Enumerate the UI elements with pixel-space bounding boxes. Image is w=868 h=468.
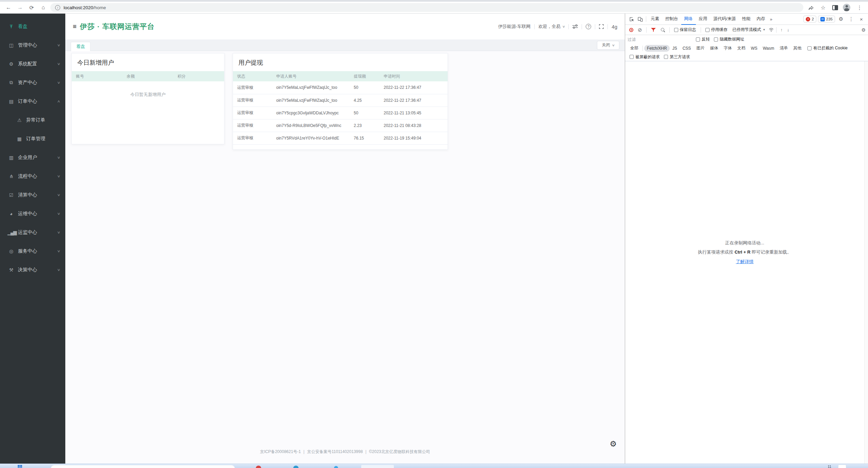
learn-more-link[interactable]: 了解详情 [736,259,754,264]
browser-menu-icon[interactable]: ⋮ [855,4,864,11]
filter-chip[interactable]: WS [748,45,760,52]
sidebar-item[interactable]: ☑ 清算中心 ∨ [0,185,65,204]
taskbar-widget[interactable] [838,465,846,468]
sidebar-item[interactable]: ⧉ 资产中心 ∨ [0,73,65,92]
sidebar-item[interactable]: ⚙ 系统配置 ∨ [0,54,65,73]
invert-checkbox[interactable]: 反转 [696,36,710,42]
filter-chip[interactable]: 其他 [790,44,804,52]
home-icon[interactable]: ⌂ [39,4,48,11]
sidebar-item[interactable]: ▤ 订单中心 ∧ [0,92,65,111]
filter-chip[interactable]: 图片 [694,44,707,52]
filter-chip[interactable]: 媒体 [707,44,721,52]
cell-status: 运营审核 [233,119,272,132]
devtools-tab[interactable]: 源代码/来源 [711,14,739,25]
taskbar-app-icon[interactable] [361,465,394,468]
taskbar-app-icon[interactable] [256,466,261,468]
filter-chip[interactable]: JS [670,45,680,52]
sidebar-item[interactable]: ⚒ 决策中心 ∨ [0,260,65,279]
sidebar-item[interactable]: ▦ 订单管理 [0,129,65,148]
user-menu[interactable]: 欢迎，全易 ∨ [538,23,565,30]
float-settings-icon[interactable]: ⚙ [610,439,617,449]
close-tabs-button[interactable]: 关闭 ∨ [597,41,619,50]
taskbar-app-icon[interactable] [334,466,338,468]
clear-network-icon[interactable]: ⊘ [636,27,644,33]
devtools-tab[interactable]: 网络 [681,14,696,25]
devtools-close-icon[interactable]: × [857,15,866,23]
sidebar-item[interactable]: ⚠ 异常订单 [0,111,65,129]
throttling-select[interactable]: 已停用节流模式 ▼ [733,27,766,33]
more-tabs-icon[interactable]: » [768,17,774,22]
sidebar-item[interactable]: ▁▄▆ 运监中心 ∨ [0,223,65,242]
devtools-panel: 元素 控制台 网络 应用 源代码/来源 性能 内存 » × [625,14,868,464]
disable-cache-checkbox[interactable]: 停用缓存 [705,27,728,33]
error-badge[interactable]: × 2 [803,16,816,22]
devtools-tab[interactable]: 内存 [753,14,768,25]
profile-avatar[interactable] [843,4,850,11]
device-toolbar-icon[interactable] [636,15,645,23]
cell-account: oin7Y5d-R9IoLBWOe5FQfp_vvWnc [272,119,350,132]
reload-icon[interactable]: ⟳ [27,4,36,11]
sidebar-item[interactable]: ◫ 管理中心 ∨ [0,36,65,54]
filter-chip[interactable]: Wasm [760,45,777,52]
start-button-icon[interactable] [18,465,22,468]
hide-data-urls-checkbox[interactable]: 隐藏数据网址 [714,36,744,42]
filter-chip-all[interactable]: 全部 [628,44,641,52]
issues-badge[interactable]: 235 [818,16,835,22]
site-info-icon[interactable]: i [55,5,60,10]
table-row: 运营审核 oin7Y5eMaLvzjFwFfWZaqIJc_too 50 202… [233,81,448,94]
taskbar-app-icon[interactable] [293,466,299,468]
tab-bar: 看盘 关闭 ∨ [65,39,625,51]
devtools-menu-icon[interactable]: ⋮ [847,15,855,23]
sidebar: Ŧ 看盘 ◫ 管理中心 ∨ ⚙ 系统配置 ∨ ⧉ 资产中心 ∨ [0,14,65,464]
sidebar-item[interactable]: ▥ 企业用户 ∨ [0,148,65,167]
help-icon[interactable]: ? [586,24,591,29]
empty-state-text: 今日暂无新增用户 [72,81,224,98]
cell-amount: 50 [350,81,380,94]
preserve-log-checkbox[interactable]: 保留日志 [674,27,696,33]
tab-dashboard[interactable]: 看盘 [71,42,90,51]
inspect-element-icon[interactable] [628,15,636,23]
share-icon[interactable] [808,5,814,11]
devtools-tab[interactable]: 控制台 [662,14,681,25]
cell-amount: 50 [350,107,380,119]
chevron-down-icon: ∨ [562,25,565,28]
filter-chip[interactable]: CSS [680,45,694,52]
sidebar-item[interactable]: ◕ 运维中心 ∨ [0,204,65,223]
taskbar-clock: 11 [828,465,831,468]
forward-icon[interactable]: → [16,4,24,11]
record-network-icon[interactable] [629,28,633,32]
sidebar-item-label: 企业用户 [18,155,37,161]
devtools-tab[interactable]: 元素 [648,14,662,25]
devtools-tab[interactable]: 性能 [739,14,753,25]
cell-account: oin7Y5RVdA1reY0Yv-hV-O1eHIdE [272,132,350,144]
filter-chip[interactable]: Fetch/XHR [644,45,670,52]
search-icon[interactable] [661,28,665,32]
filter-icon[interactable] [651,28,656,32]
network-conditions-icon[interactable] [769,28,774,32]
filter-chip[interactable]: 清单 [777,44,790,52]
fullscreen-icon[interactable] [599,24,604,29]
bookmark-star-icon[interactable]: ☆ [819,4,828,11]
back-icon[interactable]: ← [4,4,13,11]
hamburger-icon[interactable]: ≡ [73,23,77,30]
scrollbar-track[interactable] [864,61,868,464]
filter-chip[interactable]: 文档 [734,44,748,52]
address-bar[interactable]: i localhost:2020/home [50,3,803,12]
import-har-icon[interactable]: ↑ [779,27,785,32]
chevron-icon: ∨ [57,174,60,178]
blocked-requests-checkbox[interactable]: 被屏蔽的请求 [630,54,660,60]
filter-input[interactable] [628,37,694,42]
blocked-cookies-checkbox[interactable]: 有已拦截的 Cookie [807,45,848,51]
layout-settings-icon[interactable] [572,24,578,29]
devtools-settings-icon[interactable]: ⚙ [837,15,845,23]
filter-chip[interactable]: 字体 [721,44,734,52]
network-settings-icon[interactable]: ⚙ [861,27,866,33]
side-panel-icon[interactable] [832,5,838,10]
devtools-tab[interactable]: 应用 [696,14,711,25]
third-party-checkbox[interactable]: 第三方请求 [664,54,690,60]
sidebar-item[interactable]: ◎ 服务中心 ∨ [0,242,65,260]
sidebar-item[interactable]: Ŧ 看盘 [0,17,65,36]
taskbar-search[interactable] [51,465,235,468]
sidebar-item[interactable]: ⋔ 流程中心 ∨ [0,167,65,185]
export-har-icon[interactable]: ↓ [785,27,791,32]
